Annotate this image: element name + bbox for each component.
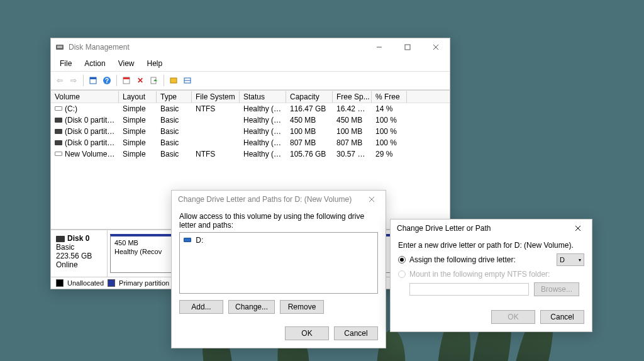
disk-icon (56, 236, 65, 242)
table-row[interactable]: (Disk 0 partition 2)SimpleBasicHealthy (… (51, 126, 450, 137)
drive-icon (55, 106, 62, 111)
close-button[interactable] (359, 191, 384, 208)
refresh-icon[interactable] (120, 74, 133, 87)
svg-rect-2 (57, 47, 62, 48)
drive-icon (55, 152, 62, 156)
cancel-button[interactable]: Cancel (334, 326, 378, 340)
table-row[interactable]: (Disk 0 partition 1)SimpleBasicHealthy (… (51, 114, 450, 126)
dropdown-value: D (560, 256, 565, 264)
drive-letter-dropdown[interactable]: D ▾ (557, 253, 584, 266)
change-drive-letter-paths-dialog: Change Drive Letter and Paths for D: (Ne… (171, 190, 386, 348)
menubar: File Action View Help (51, 56, 450, 72)
drive-letter-label: D: (196, 236, 203, 245)
partition-status: Healthy (Recov (114, 248, 180, 257)
show-hide-icon[interactable] (87, 74, 99, 87)
maximize-button[interactable] (393, 38, 421, 56)
change-drive-letter-dialog: Change Drive Letter or Path Enter a new … (390, 219, 592, 332)
table-row[interactable]: (C:)SimpleBasicNTFSHealthy (B...116.47 G… (51, 103, 450, 114)
dialog-titlebar[interactable]: Change Drive Letter or Path (391, 219, 592, 237)
disk-label: Disk 0 (67, 234, 89, 243)
drive-icon (55, 129, 62, 134)
svg-rect-8 (90, 77, 96, 79)
disk-type: Basic (56, 243, 102, 252)
forward-icon[interactable]: ⇨ (67, 74, 80, 87)
chevron-down-icon: ▾ (579, 257, 581, 263)
col-volume[interactable]: Volume (51, 91, 119, 103)
svg-text:?: ? (105, 77, 109, 84)
table-header[interactable]: Volume Layout Type File System Status Ca… (51, 91, 450, 103)
help-icon[interactable]: ? (101, 74, 113, 87)
browse-button: Browse... (534, 282, 579, 296)
legend-primary: Primary partition (119, 279, 169, 287)
col-status[interactable]: Status (240, 91, 286, 103)
dialog-title: Change Drive Letter or Path (397, 224, 565, 233)
svg-rect-1 (57, 46, 62, 47)
drive-icon (55, 140, 62, 145)
col-pctfree[interactable]: % Free (372, 91, 407, 103)
toolbar-divider (83, 75, 84, 86)
properties-icon[interactable] (148, 74, 160, 87)
drive-icon (184, 238, 191, 242)
menu-action[interactable]: Action (78, 57, 111, 70)
drive-icon (55, 118, 62, 123)
change-button[interactable]: Change... (228, 300, 275, 314)
radio-mount-label: Mount in the following empty NTFS folder… (409, 270, 550, 279)
table-row[interactable]: New Volume (...SimpleBasicNTFSHealthy (P… (51, 148, 450, 160)
toolbar-divider (116, 75, 117, 86)
table-row[interactable]: (Disk 0 partition 5)SimpleBasicHealthy (… (51, 137, 450, 148)
dialog-instruction: Enter a new drive letter or path for D: … (398, 241, 584, 250)
layout-icon[interactable] (181, 74, 194, 87)
disk-header[interactable]: Disk 0 Basic 223.56 GB Online (51, 230, 108, 277)
action-icon[interactable] (167, 74, 180, 87)
dialog-title: Change Drive Letter and Paths for D: (Ne… (178, 195, 359, 204)
svg-rect-4 (405, 45, 410, 50)
toolbar: ⇦ ⇨ ? ✕ (51, 72, 450, 90)
menu-view[interactable]: View (112, 57, 141, 70)
partition-size: 450 MB (114, 239, 180, 248)
add-button[interactable]: Add... (179, 300, 223, 314)
drive-paths-listbox[interactable]: D: (179, 232, 378, 294)
disk-size: 223.56 GB (56, 252, 102, 260)
swatch-primary (108, 279, 115, 287)
minimize-button[interactable] (365, 38, 393, 56)
radio-assign-label: Assign the following drive letter: (409, 255, 516, 264)
swatch-unallocated (56, 279, 64, 287)
delete-icon[interactable]: ✕ (134, 74, 147, 87)
close-button[interactable] (421, 38, 450, 56)
dialog-instruction: Allow access to this volume by using the… (179, 212, 378, 230)
menu-file[interactable]: File (53, 57, 78, 70)
cancel-button[interactable]: Cancel (540, 310, 584, 324)
radio-assign-letter[interactable] (398, 256, 406, 264)
col-layout[interactable]: Layout (119, 91, 157, 103)
back-icon[interactable]: ⇦ (53, 74, 66, 87)
menu-help[interactable]: Help (141, 57, 169, 70)
dialog-titlebar[interactable]: Change Drive Letter and Paths for D: (Ne… (172, 191, 386, 208)
disk-status: Online (56, 260, 102, 269)
col-filesystem[interactable]: File System (192, 91, 240, 103)
remove-button[interactable]: Remove (280, 300, 324, 314)
window-title: Disk Management (69, 43, 365, 52)
radio-mount-folder[interactable] (398, 270, 406, 278)
col-type[interactable]: Type (157, 91, 192, 103)
list-item[interactable]: D: (182, 235, 375, 245)
close-button[interactable] (565, 220, 591, 236)
toolbar-divider (164, 75, 164, 86)
col-freespace[interactable]: Free Sp... (333, 91, 372, 103)
legend-unallocated: Unallocated (67, 279, 104, 287)
ok-button[interactable]: OK (285, 326, 329, 340)
svg-rect-14 (170, 78, 177, 83)
ok-button[interactable]: OK (491, 310, 535, 324)
app-icon (55, 42, 65, 52)
col-capacity[interactable]: Capacity (286, 91, 333, 103)
mount-path-input (409, 283, 529, 296)
titlebar[interactable]: Disk Management (51, 38, 450, 56)
svg-rect-12 (123, 77, 130, 79)
